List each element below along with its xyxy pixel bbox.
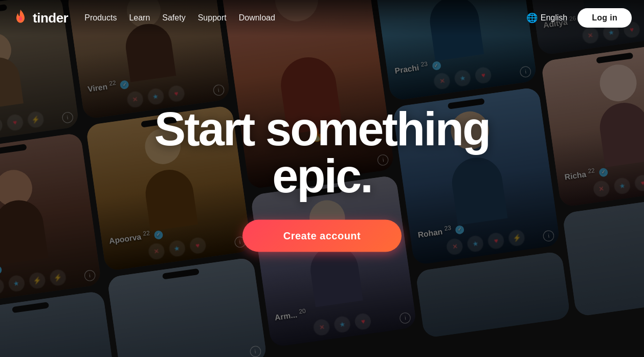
nav-learn[interactable]: Learn [129, 13, 150, 22]
logo-text: tinder [33, 10, 68, 26]
nav-products[interactable]: Products [84, 13, 117, 22]
nav-safety[interactable]: Safety [162, 13, 185, 22]
nav-right: 🌐 English Log in [526, 8, 632, 28]
navbar: tinder Products Learn Safety Support Dow… [0, 0, 644, 36]
create-account-button[interactable]: Create account [242, 220, 402, 252]
login-button[interactable]: Log in [578, 8, 632, 28]
globe-icon: 🌐 [526, 12, 538, 24]
language-label: English [541, 13, 567, 23]
nav-links: Products Learn Safety Support Download [84, 13, 526, 23]
language-selector[interactable]: 🌐 English [526, 12, 567, 24]
nav-support[interactable]: Support [198, 13, 227, 22]
tinder-flame-icon [12, 10, 29, 26]
hero-content: Start something epic. Create account [118, 105, 527, 252]
nav-download[interactable]: Download [239, 13, 275, 22]
tinder-logo[interactable]: tinder [12, 10, 68, 26]
hero-title: Start something epic. [118, 105, 527, 199]
